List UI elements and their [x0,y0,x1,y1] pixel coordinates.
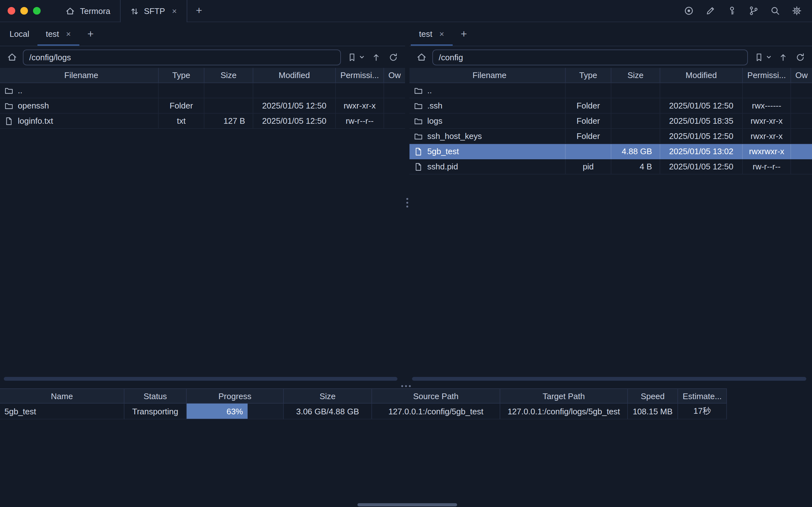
transfer-status-cell: Transporting [124,404,187,419]
tab-test-label: test [419,29,432,39]
pane-splitter[interactable] [405,22,410,383]
splitter-grip-icon [406,198,408,208]
file-row[interactable]: loginfo.txt txt 127 B 2025/01/05 12:50 r… [0,114,405,129]
close-icon[interactable]: × [66,30,71,38]
tab-sftp[interactable]: SFTP × [120,0,187,22]
parent-directory-button[interactable] [776,51,789,63]
minimize-window-button[interactable] [20,7,28,15]
file-row[interactable]: .. [410,83,812,98]
transfer-speed-cell: 108.15 MB [628,404,678,419]
transfer-column-size[interactable]: Size [284,388,372,404]
bookmark-dropdown-button[interactable] [359,51,365,63]
transfer-scrollbar[interactable] [358,503,457,506]
tab-termora[interactable]: Termora [56,0,120,21]
folder-icon [414,86,423,95]
transfer-column-status[interactable]: Status [124,388,187,404]
transfer-name-cell: 5gb_test [0,404,124,419]
transfer-column-progress[interactable]: Progress [187,388,284,404]
column-header-type[interactable]: Type [159,68,205,82]
add-session-tab-button[interactable]: + [79,22,102,46]
close-icon[interactable]: × [439,30,444,38]
folder-icon [414,132,423,140]
branch-icon [749,6,759,16]
close-icon[interactable]: × [172,7,177,15]
column-header-permissions[interactable]: Permissi... [336,68,384,82]
permissions-cell: rwxr-xr-x [743,129,791,144]
transfer-column-name[interactable]: Name [0,388,124,404]
search-button[interactable] [769,5,781,16]
key-manager-button[interactable] [726,5,738,16]
window-controls [0,0,48,21]
new-app-tab-button[interactable]: + [187,0,211,21]
home-button[interactable] [415,51,428,63]
transfer-column-estimate[interactable]: Estimate... [678,388,727,404]
folder-icon [414,116,423,125]
transfer-column-target-path[interactable]: Target Path [500,388,628,404]
transfer-column-speed[interactable]: Speed [628,388,678,404]
file-row[interactable]: ssh_host_keys Folder 2025/01/05 12:50 rw… [410,129,812,144]
permissions-cell: rwxr-xr-x [336,98,384,114]
transfer-table-header: Name Status Progress Size Source Path Ta… [0,388,812,404]
transfer-estimate-cell: 17秒 [678,404,727,419]
column-header-size[interactable]: Size [205,68,253,82]
type-cell [566,83,611,98]
refresh-button[interactable] [794,51,806,63]
size-cell [611,98,660,114]
bookmark-dropdown-button[interactable] [766,51,772,63]
bookmark-button[interactable] [752,51,765,63]
parent-directory-button[interactable] [370,51,382,63]
filename-cell: ssh_host_keys [410,129,566,144]
file-icon [4,116,13,125]
bookmark-button[interactable] [345,51,358,63]
column-header-modified[interactable]: Modified [253,68,336,82]
tab-test-label: test [46,29,59,39]
path-input[interactable] [23,49,341,65]
transfer-column-source-path[interactable]: Source Path [372,388,500,404]
size-cell [205,98,253,114]
column-header-size[interactable]: Size [611,68,660,82]
right-pane-tabs: test × + [410,22,812,46]
column-header-owner[interactable]: Ow [791,68,812,82]
owner-cell [384,83,405,98]
file-row[interactable]: openssh Folder 2025/01/05 12:50 rwxr-xr-… [0,98,405,114]
record-button[interactable] [683,5,695,16]
path-input[interactable] [432,49,748,65]
file-row-selected[interactable]: 5gb_test 4.88 GB 2025/01/05 13:02 rwxrwx… [410,144,812,159]
file-row[interactable]: sshd.pid pid 4 B 2025/01/05 12:50 rw-r--… [410,159,812,174]
tab-local[interactable]: Local [1,22,38,46]
column-header-owner[interactable]: Ow [384,68,405,82]
type-cell [566,144,611,159]
transfer-row[interactable]: 5gb_test Transporting 63% 3.06 GB/4.88 G… [0,404,812,419]
close-window-button[interactable] [8,7,15,15]
column-header-filename[interactable]: Filename [0,68,159,82]
file-row[interactable]: .. [0,83,405,98]
file-row[interactable]: .ssh Folder 2025/01/05 12:50 rwx------ [410,98,812,114]
chevron-down-icon [359,55,365,60]
column-header-type[interactable]: Type [566,68,611,82]
horizontal-scrollbar[interactable] [4,377,397,381]
horizontal-scrollbar[interactable] [412,377,806,381]
size-cell [205,83,253,98]
owner-cell [791,98,812,114]
transfer-target-cell: 127.0.0.1:/config/logs/5gb_test [500,404,628,419]
transfer-splitter[interactable] [0,383,812,388]
home-button[interactable] [6,51,18,63]
home-icon [7,52,17,62]
column-header-filename[interactable]: Filename [410,68,566,82]
owner-cell [384,98,405,114]
tab-test-left[interactable]: test × [38,22,79,46]
search-icon [770,6,780,16]
add-session-tab-button[interactable]: + [452,22,475,46]
zoom-window-button[interactable] [33,7,41,15]
file-row[interactable]: logs Folder 2025/01/05 18:35 rwxr-xr-x [410,114,812,129]
branch-button[interactable] [748,5,759,16]
column-header-modified[interactable]: Modified [660,68,743,82]
tab-test-right[interactable]: test × [411,22,452,46]
settings-button[interactable] [791,5,803,16]
bookmark-control [752,51,772,63]
refresh-icon [388,52,398,62]
edit-button[interactable] [705,5,716,16]
column-header-permissions[interactable]: Permissi... [743,68,791,82]
refresh-button[interactable] [387,51,399,63]
transfer-panel: Name Status Progress Size Source Path Ta… [0,388,812,507]
